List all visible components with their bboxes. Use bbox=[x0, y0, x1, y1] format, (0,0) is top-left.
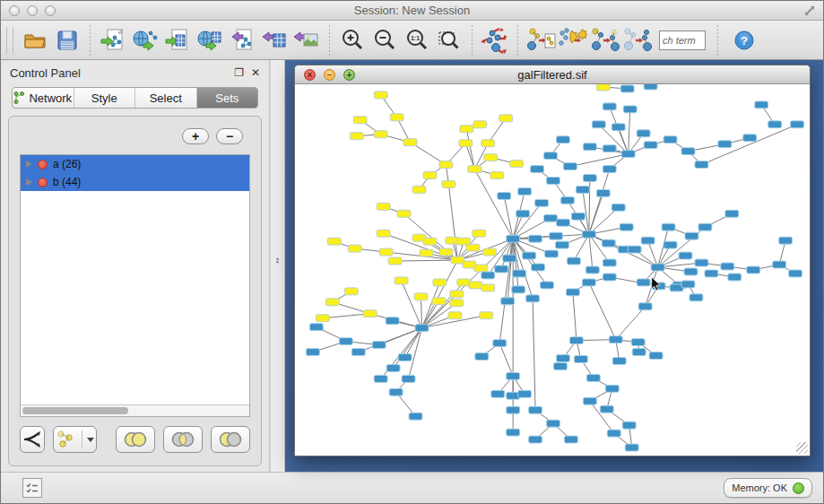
select-hidden-neighbors-icon[interactable] bbox=[621, 24, 654, 56]
import-table-web-icon[interactable] bbox=[194, 24, 226, 56]
export-table-icon[interactable] bbox=[258, 24, 291, 56]
search-input[interactable] bbox=[659, 30, 706, 50]
create-set-from-network-button[interactable] bbox=[53, 426, 97, 453]
zoom-actual-size-icon[interactable]: 1:1 bbox=[401, 24, 433, 56]
select-stars-icon[interactable] bbox=[557, 24, 589, 56]
venn-buttons bbox=[116, 426, 250, 453]
remove-set-button[interactable]: − bbox=[216, 128, 243, 144]
layout-arrows-icon[interactable] bbox=[479, 24, 511, 56]
memory-status-button[interactable]: Memory: OK bbox=[724, 478, 812, 498]
control-panel-title: Control Panel bbox=[10, 66, 227, 80]
close-view-button[interactable]: × bbox=[304, 69, 316, 81]
add-set-button[interactable]: + bbox=[182, 128, 209, 144]
minimize-view-button[interactable]: − bbox=[324, 69, 335, 81]
save-icon[interactable] bbox=[51, 24, 83, 56]
tab-label: Sets bbox=[215, 91, 239, 105]
fullscreen-icon[interactable] bbox=[803, 4, 816, 17]
zoom-fit-icon[interactable] bbox=[433, 24, 465, 56]
union-sets-button[interactable] bbox=[116, 426, 155, 453]
network-window-controls: × − + bbox=[304, 69, 355, 81]
disclosure-triangle-icon[interactable] bbox=[26, 178, 32, 186]
button-divider bbox=[82, 430, 82, 448]
intersect-sets-button[interactable] bbox=[163, 426, 203, 453]
toolbar-separator bbox=[517, 25, 518, 56]
window-title: Session: New Session bbox=[1, 4, 823, 17]
set-item-label: a (26) bbox=[53, 158, 81, 170]
sets-list: a (26) b (44) bbox=[20, 154, 250, 417]
control-panel: Control Panel ❐ ✕ Network Style Select S… bbox=[1, 60, 270, 472]
task-status-icon[interactable] bbox=[22, 478, 42, 498]
set-list-item[interactable]: a (26) bbox=[21, 155, 249, 173]
toolbar-separator bbox=[472, 25, 473, 56]
export-network-icon[interactable] bbox=[226, 24, 258, 56]
tab-network[interactable]: Network bbox=[13, 88, 74, 108]
set-item-label: b (44) bbox=[53, 176, 81, 188]
help-icon[interactable]: ? bbox=[728, 24, 760, 56]
sets-toolbar: + − bbox=[18, 124, 252, 149]
sets-panel: + − a (26) b (44) bbox=[8, 116, 262, 466]
split-sets-button[interactable] bbox=[20, 426, 45, 453]
export-image-icon[interactable] bbox=[291, 24, 323, 56]
zoom-in-icon[interactable] bbox=[336, 24, 369, 56]
difference-sets-button[interactable] bbox=[211, 426, 250, 453]
set-color-dot-icon bbox=[38, 178, 48, 187]
dropdown-arrow-icon[interactable] bbox=[87, 438, 94, 442]
svg-text:?: ? bbox=[741, 34, 748, 48]
zoom-view-button[interactable]: + bbox=[343, 69, 355, 81]
splitter-handle-icon[interactable] bbox=[275, 257, 280, 264]
tab-style[interactable]: Style bbox=[74, 88, 136, 108]
import-table-file-icon[interactable] bbox=[161, 24, 194, 56]
tab-sets[interactable]: Sets bbox=[197, 88, 258, 108]
main-area: Control Panel ❐ ✕ Network Style Select S… bbox=[1, 60, 823, 472]
set-operation-buttons bbox=[18, 417, 252, 456]
set-color-dot-icon bbox=[38, 160, 48, 169]
sets-rows: a (26) b (44) bbox=[21, 155, 249, 404]
network-window-title: galFiltered.sif bbox=[295, 68, 810, 82]
network-view-window[interactable]: × − + galFiltered.sif bbox=[294, 65, 811, 456]
tab-select[interactable]: Select bbox=[135, 88, 197, 108]
zoom-out-icon[interactable] bbox=[369, 24, 401, 56]
toolbar: 1:1 ? bbox=[1, 21, 823, 60]
panel-splitter[interactable] bbox=[270, 60, 285, 472]
import-network-web-icon[interactable] bbox=[129, 24, 161, 56]
network-desktop: × − + galFiltered.sif bbox=[285, 60, 823, 472]
resize-grip-icon[interactable] bbox=[796, 442, 808, 454]
horizontal-scrollbar[interactable] bbox=[21, 404, 249, 416]
disclosure-triangle-icon[interactable] bbox=[26, 161, 32, 168]
application-window: Session: New Session bbox=[0, 0, 824, 504]
select-to-file-icon[interactable] bbox=[525, 24, 557, 56]
tab-label: Style bbox=[91, 91, 117, 105]
toolbar-separator bbox=[329, 25, 330, 56]
tab-label: Select bbox=[150, 91, 182, 105]
graph-svg bbox=[295, 84, 810, 456]
network-window-titlebar[interactable]: × − + galFiltered.sif bbox=[295, 65, 810, 84]
titlebar: Session: New Session bbox=[1, 1, 823, 21]
close-panel-icon[interactable]: ✕ bbox=[251, 66, 260, 79]
svg-text:1:1: 1:1 bbox=[411, 35, 420, 41]
network-tab-icon bbox=[13, 91, 24, 105]
open-folder-icon[interactable] bbox=[19, 24, 51, 56]
memory-ok-dot-icon bbox=[793, 482, 804, 494]
toolbar-separator bbox=[90, 25, 91, 56]
tab-label: Network bbox=[29, 91, 72, 105]
memory-status-label: Memory: OK bbox=[732, 482, 787, 493]
toolbar-drag-handle[interactable] bbox=[6, 27, 13, 54]
select-first-neighbors-icon[interactable] bbox=[589, 24, 621, 56]
scrollbar-thumb[interactable] bbox=[22, 407, 128, 414]
set-list-item[interactable]: b (44) bbox=[21, 173, 249, 191]
import-network-file-icon[interactable] bbox=[97, 24, 129, 56]
toolbar-separator bbox=[717, 25, 718, 56]
status-bar: Memory: OK bbox=[1, 472, 823, 503]
control-panel-tabbar: Network Style Select Sets bbox=[12, 87, 258, 109]
float-panel-icon[interactable]: ❐ bbox=[234, 66, 244, 79]
network-canvas[interactable] bbox=[295, 84, 810, 456]
control-panel-header: Control Panel ❐ ✕ bbox=[1, 60, 269, 85]
